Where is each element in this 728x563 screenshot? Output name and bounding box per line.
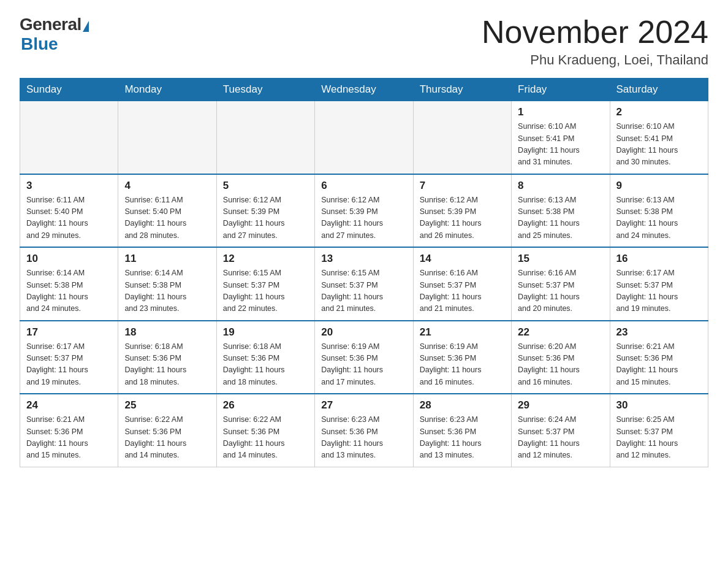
calendar-day-cell: 7Sunrise: 6:12 AM Sunset: 5:39 PM Daylig… <box>413 174 511 248</box>
day-number: 15 <box>518 253 603 265</box>
day-of-week-header: Sunday <box>20 79 118 101</box>
day-number: 7 <box>420 180 505 192</box>
calendar-day-cell: 20Sunrise: 6:19 AM Sunset: 5:36 PM Dayli… <box>315 321 413 394</box>
day-info: Sunrise: 6:19 AM Sunset: 5:36 PM Dayligh… <box>321 341 406 389</box>
title-section: November 2024 Phu Kradueng, Loei, Thaila… <box>482 15 708 68</box>
calendar-week-row: 1Sunrise: 6:10 AM Sunset: 5:41 PM Daylig… <box>20 101 708 174</box>
day-number: 5 <box>223 180 308 192</box>
day-info: Sunrise: 6:20 AM Sunset: 5:36 PM Dayligh… <box>518 341 603 389</box>
day-number: 2 <box>616 106 702 118</box>
day-of-week-header: Saturday <box>610 79 708 101</box>
calendar-day-cell: 14Sunrise: 6:16 AM Sunset: 5:37 PM Dayli… <box>413 247 511 321</box>
calendar-day-cell: 25Sunrise: 6:22 AM Sunset: 5:36 PM Dayli… <box>118 394 216 467</box>
day-number: 8 <box>518 180 603 192</box>
calendar-day-cell: 23Sunrise: 6:21 AM Sunset: 5:36 PM Dayli… <box>610 321 708 394</box>
logo-general-text: General <box>20 15 82 34</box>
calendar-day-cell: 19Sunrise: 6:18 AM Sunset: 5:36 PM Dayli… <box>216 321 314 394</box>
calendar-day-cell <box>216 101 314 174</box>
day-number: 10 <box>26 253 112 265</box>
logo-blue-text: Blue <box>21 34 58 54</box>
day-of-week-header: Wednesday <box>315 79 413 101</box>
days-of-week-row: SundayMondayTuesdayWednesdayThursdayFrid… <box>20 79 708 101</box>
day-number: 6 <box>321 180 406 192</box>
day-info: Sunrise: 6:23 AM Sunset: 5:36 PM Dayligh… <box>321 414 406 462</box>
day-info: Sunrise: 6:12 AM Sunset: 5:39 PM Dayligh… <box>420 194 505 242</box>
day-number: 23 <box>616 326 702 339</box>
calendar-day-cell: 13Sunrise: 6:15 AM Sunset: 5:37 PM Dayli… <box>315 247 413 321</box>
calendar-day-cell <box>315 101 413 174</box>
calendar-day-cell: 11Sunrise: 6:14 AM Sunset: 5:38 PM Dayli… <box>118 247 216 321</box>
day-number: 1 <box>518 106 603 118</box>
calendar-day-cell: 6Sunrise: 6:12 AM Sunset: 5:39 PM Daylig… <box>315 174 413 248</box>
day-info: Sunrise: 6:17 AM Sunset: 5:37 PM Dayligh… <box>26 341 112 389</box>
calendar-day-cell: 26Sunrise: 6:22 AM Sunset: 5:36 PM Dayli… <box>216 394 314 467</box>
day-number: 4 <box>124 180 210 192</box>
day-info: Sunrise: 6:22 AM Sunset: 5:36 PM Dayligh… <box>223 414 308 462</box>
day-info: Sunrise: 6:24 AM Sunset: 5:37 PM Dayligh… <box>518 414 603 462</box>
day-info: Sunrise: 6:12 AM Sunset: 5:39 PM Dayligh… <box>223 194 308 242</box>
calendar-day-cell: 29Sunrise: 6:24 AM Sunset: 5:37 PM Dayli… <box>512 394 610 467</box>
day-info: Sunrise: 6:16 AM Sunset: 5:37 PM Dayligh… <box>518 267 603 315</box>
calendar-day-cell: 27Sunrise: 6:23 AM Sunset: 5:36 PM Dayli… <box>315 394 413 467</box>
day-info: Sunrise: 6:19 AM Sunset: 5:36 PM Dayligh… <box>420 341 505 389</box>
calendar-day-cell: 1Sunrise: 6:10 AM Sunset: 5:41 PM Daylig… <box>512 101 610 174</box>
day-info: Sunrise: 6:22 AM Sunset: 5:36 PM Dayligh… <box>124 414 210 462</box>
calendar-body: 1Sunrise: 6:10 AM Sunset: 5:41 PM Daylig… <box>20 101 708 467</box>
calendar-day-cell: 16Sunrise: 6:17 AM Sunset: 5:37 PM Dayli… <box>610 247 708 321</box>
calendar-week-row: 17Sunrise: 6:17 AM Sunset: 5:37 PM Dayli… <box>20 321 708 394</box>
calendar-day-cell: 5Sunrise: 6:12 AM Sunset: 5:39 PM Daylig… <box>216 174 314 248</box>
day-number: 29 <box>518 399 603 412</box>
day-info: Sunrise: 6:10 AM Sunset: 5:41 PM Dayligh… <box>518 121 603 169</box>
day-number: 9 <box>616 180 702 192</box>
day-number: 26 <box>223 399 308 412</box>
logo: General Blue <box>20 15 89 54</box>
calendar-day-cell: 2Sunrise: 6:10 AM Sunset: 5:41 PM Daylig… <box>610 101 708 174</box>
day-number: 17 <box>26 326 112 339</box>
day-info: Sunrise: 6:18 AM Sunset: 5:36 PM Dayligh… <box>223 341 308 389</box>
day-number: 18 <box>124 326 210 339</box>
calendar-day-cell: 17Sunrise: 6:17 AM Sunset: 5:37 PM Dayli… <box>20 321 118 394</box>
day-number: 28 <box>420 399 505 412</box>
day-number: 30 <box>616 399 702 412</box>
day-number: 12 <box>223 253 308 265</box>
day-info: Sunrise: 6:13 AM Sunset: 5:38 PM Dayligh… <box>518 194 603 242</box>
day-number: 13 <box>321 253 406 265</box>
day-info: Sunrise: 6:21 AM Sunset: 5:36 PM Dayligh… <box>616 341 702 389</box>
calendar-day-cell: 24Sunrise: 6:21 AM Sunset: 5:36 PM Dayli… <box>20 394 118 467</box>
day-info: Sunrise: 6:25 AM Sunset: 5:37 PM Dayligh… <box>616 414 702 462</box>
calendar-day-cell: 22Sunrise: 6:20 AM Sunset: 5:36 PM Dayli… <box>512 321 610 394</box>
calendar-day-cell: 28Sunrise: 6:23 AM Sunset: 5:36 PM Dayli… <box>413 394 511 467</box>
logo-triangle-icon <box>83 21 89 32</box>
calendar-day-cell: 30Sunrise: 6:25 AM Sunset: 5:37 PM Dayli… <box>610 394 708 467</box>
calendar-day-cell <box>20 101 118 174</box>
calendar-day-cell: 18Sunrise: 6:18 AM Sunset: 5:36 PM Dayli… <box>118 321 216 394</box>
day-info: Sunrise: 6:21 AM Sunset: 5:36 PM Dayligh… <box>26 414 112 462</box>
day-info: Sunrise: 6:10 AM Sunset: 5:41 PM Dayligh… <box>616 121 702 169</box>
day-number: 24 <box>26 399 112 412</box>
day-info: Sunrise: 6:23 AM Sunset: 5:36 PM Dayligh… <box>420 414 505 462</box>
calendar-day-cell: 4Sunrise: 6:11 AM Sunset: 5:40 PM Daylig… <box>118 174 216 248</box>
day-info: Sunrise: 6:14 AM Sunset: 5:38 PM Dayligh… <box>124 267 210 315</box>
page-header: General Blue November 2024 Phu Kradueng,… <box>20 15 708 68</box>
day-info: Sunrise: 6:12 AM Sunset: 5:39 PM Dayligh… <box>321 194 406 242</box>
calendar-day-cell: 21Sunrise: 6:19 AM Sunset: 5:36 PM Dayli… <box>413 321 511 394</box>
day-of-week-header: Tuesday <box>216 79 314 101</box>
calendar-day-cell <box>413 101 511 174</box>
day-of-week-header: Friday <box>512 79 610 101</box>
calendar-day-cell: 15Sunrise: 6:16 AM Sunset: 5:37 PM Dayli… <box>512 247 610 321</box>
calendar-header: SundayMondayTuesdayWednesdayThursdayFrid… <box>20 79 708 101</box>
calendar-week-row: 3Sunrise: 6:11 AM Sunset: 5:40 PM Daylig… <box>20 174 708 248</box>
day-of-week-header: Thursday <box>413 79 511 101</box>
calendar-day-cell: 9Sunrise: 6:13 AM Sunset: 5:38 PM Daylig… <box>610 174 708 248</box>
day-number: 22 <box>518 326 603 339</box>
month-title: November 2024 <box>482 15 708 50</box>
day-info: Sunrise: 6:18 AM Sunset: 5:36 PM Dayligh… <box>124 341 210 389</box>
calendar-week-row: 10Sunrise: 6:14 AM Sunset: 5:38 PM Dayli… <box>20 247 708 321</box>
day-info: Sunrise: 6:15 AM Sunset: 5:37 PM Dayligh… <box>223 267 308 315</box>
day-info: Sunrise: 6:17 AM Sunset: 5:37 PM Dayligh… <box>616 267 702 315</box>
day-of-week-header: Monday <box>118 79 216 101</box>
day-number: 21 <box>420 326 505 339</box>
calendar-week-row: 24Sunrise: 6:21 AM Sunset: 5:36 PM Dayli… <box>20 394 708 467</box>
day-number: 14 <box>420 253 505 265</box>
calendar-day-cell: 8Sunrise: 6:13 AM Sunset: 5:38 PM Daylig… <box>512 174 610 248</box>
